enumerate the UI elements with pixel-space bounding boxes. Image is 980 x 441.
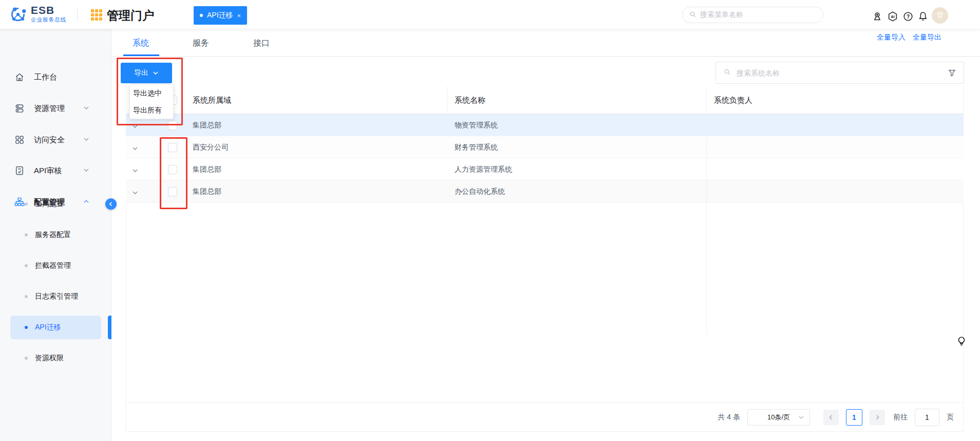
sidebar-subitem-label: 资源权限 <box>35 354 64 363</box>
column-divider <box>706 86 707 114</box>
home-icon <box>14 72 25 82</box>
row-checkbox[interactable] <box>168 187 177 196</box>
lightbulb-icon[interactable] <box>956 336 967 348</box>
full-import-link[interactable]: 全量导入 <box>877 33 906 42</box>
total-count-label: 共 4 条 <box>718 413 740 422</box>
sidebar-item-label: 工作台 <box>34 72 57 82</box>
portal-title: 管理门户 <box>107 8 154 24</box>
column-header-owner: 系统负责人 <box>714 96 752 105</box>
column-divider <box>706 180 707 203</box>
sidebar-subitem-label: API迁移 <box>35 323 61 332</box>
sidebar-item-label: API审核 <box>34 166 62 176</box>
export-dropdown-menu: 导出选中 导出所有 <box>129 84 174 119</box>
full-export-link[interactable]: 全量导出 <box>913 33 941 42</box>
column-divider <box>447 86 447 114</box>
menu-item-export-selected[interactable]: 导出选中 <box>130 85 173 102</box>
location-pin-icon[interactable] <box>872 11 883 22</box>
bullet-icon <box>25 326 28 329</box>
table-row[interactable]: 集团总部 物资管理系统 <box>126 114 964 136</box>
row-expand-icon[interactable] <box>132 144 138 154</box>
table-row[interactable]: 集团总部 人力资源管理系统 <box>126 158 964 180</box>
menu-search-box[interactable]: 搜索菜单名称 <box>682 7 823 23</box>
portal-grid-icon <box>90 9 103 23</box>
row-checkbox[interactable] <box>168 143 177 152</box>
export-button[interactable]: 导出 <box>121 63 172 83</box>
chevron-down-icon <box>83 166 89 175</box>
prev-page-button[interactable] <box>823 410 839 425</box>
cell-name: 人力资源管理系统 <box>455 165 512 174</box>
sidebar-item-workbench[interactable]: 工作台 <box>0 67 111 87</box>
help-icon[interactable]: ? <box>902 11 914 22</box>
chevron-down-icon <box>798 414 804 422</box>
active-item-indicator <box>108 316 111 339</box>
next-page-button[interactable] <box>870 410 885 425</box>
row-checkbox[interactable] <box>168 165 177 174</box>
sidebar-subitem-server-config[interactable]: 服务器配置 <box>10 225 101 245</box>
svg-text:?: ? <box>907 14 910 20</box>
server-stack-icon <box>14 103 25 114</box>
open-tab-api-migration[interactable]: API迁移 × <box>194 6 247 25</box>
tab-system[interactable]: 系统 <box>133 38 149 49</box>
page-size-value: 10条/页 <box>767 413 790 422</box>
sidebar-item-access-security[interactable]: 访问安全 <box>0 130 111 150</box>
cell-domain: 集团总部 <box>193 165 221 174</box>
system-search-input[interactable] <box>736 68 944 78</box>
tab-service[interactable]: 服务 <box>193 38 209 49</box>
filter-icon[interactable] <box>948 68 956 77</box>
goto-page-input[interactable] <box>915 409 939 426</box>
header-divider <box>77 7 78 22</box>
menu-search-placeholder: 搜索菜单名称 <box>700 10 743 20</box>
menu-item-export-all[interactable]: 导出所有 <box>130 102 173 119</box>
ai-assistant-icon[interactable]: AI <box>887 11 898 22</box>
pagination-bar: 共 4 条 10条/页 1 前往 页 <box>126 402 964 431</box>
search-icon <box>723 68 731 78</box>
cell-domain: 集团总部 <box>193 187 221 196</box>
tab-active-dot <box>200 14 203 17</box>
sidebar-item-api-review[interactable]: API审核 <box>0 160 111 181</box>
row-expand-icon[interactable] <box>132 167 138 176</box>
document-check-icon <box>14 166 25 176</box>
sidebar-collapse-button[interactable] <box>105 198 117 210</box>
system-search-box[interactable] <box>715 62 964 84</box>
sidebar-subitem-label: 拦截器管理 <box>35 261 71 270</box>
sidebar-item-label: 资源管理 <box>34 104 65 114</box>
bullet-icon <box>25 264 28 267</box>
sidebar-item-resources[interactable]: 资源管理 <box>0 98 111 119</box>
row-expand-icon[interactable] <box>132 189 138 198</box>
content-tab-bar <box>111 29 980 57</box>
table-row[interactable]: 西安分公司 财务管理系统 <box>126 136 964 158</box>
sidebar-subitem-global-config[interactable]: 全局配置 <box>10 194 101 214</box>
row-expand-icon[interactable] <box>132 122 138 132</box>
page-unit-label: 页 <box>947 413 954 422</box>
esb-logo-icon <box>8 5 28 26</box>
cell-name: 办公自动化系统 <box>455 187 505 196</box>
fixed-column-divider <box>706 203 707 334</box>
page-size-select[interactable]: 10条/页 <box>747 409 810 426</box>
sidebar-subitem-label: 全局配置 <box>35 199 64 209</box>
logo-subtitle: 企业服务总线 <box>31 16 66 24</box>
sidebar-subitem-label: 日志索引管理 <box>35 292 78 301</box>
sidebar-subitem-log-index[interactable]: 日志索引管理 <box>10 286 101 307</box>
row-checkbox[interactable] <box>168 121 177 130</box>
top-header: ESB 企业服务总线 管理门户 API迁移 × 搜索菜 <box>0 0 980 29</box>
logo-title: ESB <box>31 4 54 16</box>
column-divider <box>706 114 707 136</box>
cell-domain: 集团总部 <box>193 121 221 130</box>
sidebar-subitem-api-migration[interactable]: API迁移 <box>10 316 101 339</box>
tab-interface[interactable]: 接口 <box>253 38 270 49</box>
sidebar-item-label: 访问安全 <box>34 135 65 145</box>
bullet-icon <box>25 357 28 360</box>
bell-icon[interactable] <box>917 11 929 22</box>
page-number-button[interactable]: 1 <box>846 409 862 426</box>
bullet-icon <box>25 233 28 236</box>
cell-domain: 西安分公司 <box>193 143 229 152</box>
sidebar-subitem-label: 服务器配置 <box>35 230 71 240</box>
tab-close-icon[interactable]: × <box>237 12 241 20</box>
sidebar-subitem-interceptor[interactable]: 拦截器管理 <box>10 255 101 276</box>
column-header-name: 系统名称 <box>455 96 485 105</box>
table-row[interactable]: 集团总部 办公自动化系统 <box>126 180 964 203</box>
user-avatar[interactable]: 管 <box>932 7 948 24</box>
sidebar-subitem-resource-permission[interactable]: 资源权限 <box>10 348 101 369</box>
search-icon <box>689 10 697 20</box>
app-root: ESB 企业服务总线 管理门户 API迁移 × 搜索菜 <box>0 0 980 441</box>
